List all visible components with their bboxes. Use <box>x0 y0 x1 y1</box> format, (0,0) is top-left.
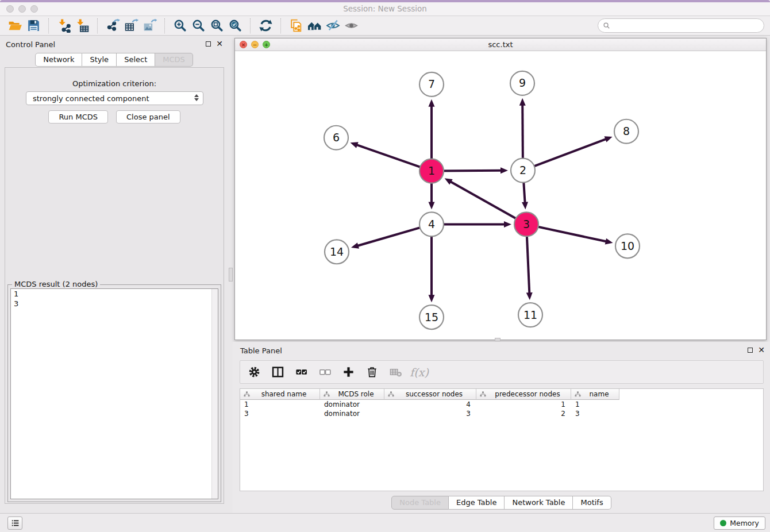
mcds-result-item[interactable]: 1 <box>11 289 218 299</box>
minimize-view-icon[interactable]: − <box>251 41 259 48</box>
memory-status-icon <box>720 520 726 526</box>
graph-node-15[interactable]: 15 <box>419 305 444 329</box>
graph-node-9[interactable]: 9 <box>510 71 534 95</box>
zoom-selected-icon[interactable] <box>226 17 244 34</box>
memory-button[interactable]: Memory <box>714 516 765 530</box>
close-view-icon[interactable]: × <box>240 41 247 48</box>
zoom-view-icon[interactable]: + <box>263 41 270 48</box>
table-toolbar: f(x) <box>240 360 764 384</box>
clone-network-icon[interactable] <box>287 17 305 34</box>
show-details-icon[interactable] <box>342 17 360 34</box>
export-table-icon[interactable] <box>122 17 140 34</box>
zoom-window-icon[interactable] <box>30 5 38 13</box>
graph-node-14[interactable]: 14 <box>325 240 349 264</box>
zoom-fit-icon[interactable] <box>207 17 226 34</box>
hide-details-icon[interactable] <box>324 17 342 34</box>
create-column-icon[interactable] <box>341 364 356 380</box>
tab-mcds[interactable]: MCDS <box>155 53 193 67</box>
network-window-titlebar[interactable]: ×−+ scc.txt <box>235 38 766 51</box>
minimize-window-icon[interactable] <box>18 5 26 13</box>
svg-text:15: 15 <box>425 311 438 323</box>
network-window-title: scc.txt <box>235 38 766 51</box>
home-network-icon[interactable] <box>305 17 324 34</box>
delete-table-icon <box>388 364 403 380</box>
window-controls[interactable] <box>6 5 38 13</box>
table-row[interactable]: 1dominator411 <box>240 400 763 409</box>
import-network-icon[interactable] <box>55 17 73 34</box>
mcds-result-item[interactable]: 3 <box>11 299 218 309</box>
main-toolbar <box>0 16 770 36</box>
close-window-icon[interactable] <box>6 5 14 13</box>
mcds-result-list[interactable]: 13 <box>10 288 218 499</box>
graph-node-11[interactable]: 11 <box>518 303 542 327</box>
tab-edge-table[interactable]: Edge Table <box>449 496 505 510</box>
svg-text:6: 6 <box>333 131 340 144</box>
close-panel-icon[interactable]: ✕ <box>216 41 223 47</box>
table-panel: Table Panel ✕ f(x) shared nameMCDS roles… <box>233 342 770 513</box>
float-table-panel-icon[interactable] <box>748 348 753 353</box>
graph-edge-3-10[interactable] <box>526 224 613 244</box>
close-panel-button[interactable]: Close panel <box>116 110 180 124</box>
table-row[interactable]: 3dominator323 <box>240 409 763 418</box>
tab-node-table[interactable]: Node Table <box>391 496 449 510</box>
toolbar-separator <box>97 18 98 33</box>
table-panel-title: Table Panel <box>240 346 282 355</box>
graph-node-6[interactable]: 6 <box>324 126 348 150</box>
column-header-name[interactable]: name <box>571 389 619 400</box>
zoom-in-icon[interactable] <box>171 17 189 34</box>
graph-node-4[interactable]: 4 <box>419 212 444 236</box>
column-header-shared-name[interactable]: shared name <box>240 389 320 400</box>
open-session-icon[interactable] <box>6 17 24 34</box>
network-graph[interactable]: 1234678910111415 <box>235 51 766 340</box>
vertical-splitter-handle[interactable] <box>229 268 233 282</box>
criterion-select[interactable]: strongly connected component <box>26 91 203 105</box>
graph-node-3[interactable]: 3 <box>514 212 538 236</box>
export-network-icon[interactable] <box>103 17 122 34</box>
split-panel-icon[interactable] <box>270 364 286 380</box>
graph-edge-2-8[interactable] <box>523 136 613 170</box>
graph-edge-1-6[interactable] <box>351 142 432 171</box>
tab-network[interactable]: Network <box>35 53 82 67</box>
table-panel-header: Table Panel ✕ <box>233 342 770 359</box>
graph-edge-3-1[interactable] <box>445 178 526 224</box>
table-cell: 2 <box>476 410 571 418</box>
tab-style[interactable]: Style <box>82 53 117 67</box>
mcds-result-title: MCDS result (2 nodes) <box>12 280 100 288</box>
table-tabs-bar: Node TableEdge TableNetwork TableMotifs <box>233 496 770 510</box>
refresh-layout-icon[interactable] <box>256 17 275 34</box>
tab-network-table[interactable]: Network Table <box>505 496 573 510</box>
toolbar-separator <box>48 18 49 33</box>
export-image-icon[interactable] <box>140 17 159 34</box>
column-header-predecessor-nodes[interactable]: predecessor nodes <box>476 389 571 400</box>
node-table: shared nameMCDS rolesuccessor nodesprede… <box>240 388 764 491</box>
search-input[interactable] <box>613 20 760 32</box>
zoom-out-icon[interactable] <box>189 17 207 34</box>
graph-node-1[interactable]: 1 <box>419 159 444 183</box>
float-panel-icon[interactable] <box>206 41 211 47</box>
close-table-panel-icon[interactable]: ✕ <box>758 347 765 353</box>
graph-node-7[interactable]: 7 <box>419 72 444 97</box>
mcds-result-group: MCDS result (2 nodes) 13 <box>7 284 221 502</box>
graph-node-10[interactable]: 10 <box>615 234 640 258</box>
select-all-columns-icon[interactable] <box>294 364 309 380</box>
delete-columns-icon[interactable] <box>364 364 380 380</box>
horizontal-splitter-handle[interactable] <box>495 338 500 341</box>
column-header-successor-nodes[interactable]: successor nodes <box>384 389 476 400</box>
search-box[interactable] <box>598 18 764 33</box>
import-table-icon[interactable] <box>73 17 91 34</box>
window-titlebar: Session: New Session <box>0 0 770 16</box>
table-cell: 3 <box>384 410 476 418</box>
table-settings-icon[interactable] <box>247 364 262 380</box>
network-view-window: ×−+ scc.txt 1234678910111415 <box>234 38 767 340</box>
column-header-mcds-role[interactable]: MCDS role <box>320 389 384 400</box>
tab-motifs[interactable]: Motifs <box>573 496 611 510</box>
run-mcds-button[interactable]: Run MCDS <box>48 110 108 124</box>
network-canvas[interactable]: 1234678910111415 <box>235 51 766 340</box>
tab-select[interactable]: Select <box>117 53 155 67</box>
graph-node-8[interactable]: 8 <box>614 119 638 144</box>
task-history-button[interactable] <box>7 516 22 530</box>
table-cell: 1 <box>240 400 320 408</box>
unselect-all-columns-icon[interactable] <box>317 364 333 380</box>
graph-node-2[interactable]: 2 <box>511 159 535 183</box>
save-session-icon[interactable] <box>24 17 43 34</box>
